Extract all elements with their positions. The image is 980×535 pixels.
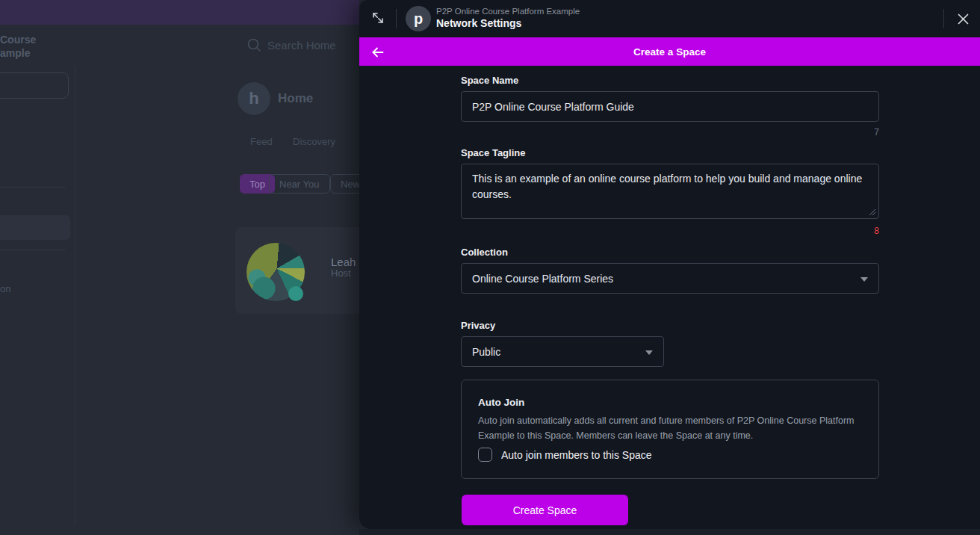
space-name-input[interactable]: [461, 91, 879, 122]
tab-feed[interactable]: Feed: [250, 136, 273, 147]
space-tagline-input[interactable]: This is an example of an online course p…: [461, 164, 879, 219]
privacy-label: Privacy: [461, 320, 495, 331]
chevron-down-icon: [645, 350, 653, 355]
modal-title: Network Settings: [436, 17, 521, 29]
background-page-title-line2: ample: [0, 46, 90, 60]
sidebar-item-label: on: [0, 283, 10, 294]
background-top-banner: [0, 0, 359, 25]
network-name: P2P Online Course Platform Example: [436, 7, 580, 16]
backdrop-strip: [359, 529, 980, 535]
privacy-select[interactable]: Public: [461, 336, 664, 367]
banner-title: Create a Space: [633, 46, 706, 58]
auto-join-section: Auto Join Auto join automatically adds a…: [461, 380, 879, 479]
auto-join-description: Auto join automatically adds all current…: [478, 413, 866, 443]
back-arrow-icon: [370, 45, 385, 60]
close-button[interactable]: [955, 10, 971, 27]
chevron-down-icon: [860, 277, 868, 282]
privacy-selected-value: Public: [472, 346, 500, 358]
auto-join-checkbox[interactable]: [478, 448, 492, 462]
expand-button[interactable]: [370, 10, 386, 26]
space-name-counter: 7: [874, 127, 879, 137]
member-role: Host: [331, 268, 351, 279]
network-logo: p: [406, 6, 431, 31]
network-settings-modal: p P2P Online Course Platform Example Net…: [359, 0, 980, 529]
textarea-resize-handle[interactable]: [869, 208, 876, 216]
back-button[interactable]: [370, 44, 386, 61]
collection-selected-value: Online Course Platform Series: [472, 273, 613, 285]
sidebar-search-box[interactable]: [0, 72, 69, 99]
expand-icon: [371, 11, 385, 25]
auto-join-checkbox-row[interactable]: Auto join members to this Space: [478, 448, 652, 462]
member-avatar-accent: [288, 286, 303, 301]
space-name-label: Space Name: [461, 75, 518, 86]
home-page-title: Home: [278, 91, 313, 106]
create-space-banner: Create a Space: [359, 37, 980, 66]
sidebar-item-active[interactable]: [0, 215, 70, 240]
sidebar-divider: [0, 250, 66, 250]
filter-pill-near-you[interactable]: Near You: [269, 174, 330, 194]
collection-select[interactable]: Online Course Platform Series: [461, 263, 879, 294]
screen: Course ample Search Home on h Home Feed …: [0, 0, 980, 535]
collection-label: Collection: [461, 247, 508, 258]
search-placeholder: Search Home: [267, 39, 336, 52]
topbar-divider: [943, 9, 944, 28]
create-space-button[interactable]: Create Space: [462, 495, 628, 525]
sidebar-divider: [0, 187, 66, 188]
background-page-title-line1: Course: [0, 33, 90, 46]
space-tagline-label: Space Tagline: [461, 147, 525, 158]
modal-topbar: p P2P Online Course Platform Example Net…: [359, 0, 980, 37]
auto-join-title: Auto Join: [478, 397, 524, 408]
auto-join-checkbox-label: Auto join members to this Space: [501, 449, 652, 461]
space-tagline-counter: 8: [874, 226, 879, 236]
tab-discovery[interactable]: Discovery: [293, 136, 335, 147]
search-icon: [246, 37, 261, 52]
sidebar-border: [75, 66, 75, 525]
topbar-divider: [396, 9, 397, 28]
background-page-title: Course ample: [0, 33, 90, 60]
close-icon: [957, 13, 970, 25]
home-avatar: h: [238, 82, 270, 115]
search-input[interactable]: Search Home: [246, 37, 359, 54]
